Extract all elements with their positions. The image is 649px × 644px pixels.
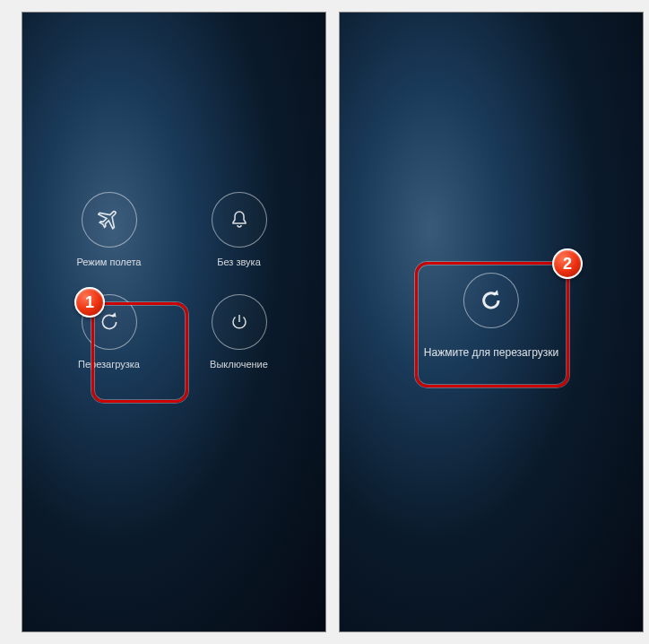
reboot-confirm-label: Нажмите для перезагрузки [424,346,558,359]
reboot-icon [98,310,121,334]
bell-icon [229,209,250,231]
airplane-icon [98,208,121,231]
poweroff-button[interactable] [212,294,267,350]
poweroff-item[interactable]: Выключение [196,294,281,370]
reboot-icon [479,288,504,313]
poweroff-label: Выключение [210,359,268,370]
screen-reboot-confirm: Нажмите для перезагрузки 2 [339,12,644,632]
airplane-mode-label: Режим полета [76,257,141,267]
silent-mode-button[interactable] [212,192,267,248]
airplane-mode-button[interactable] [82,192,137,248]
reboot-confirm-container: Нажмите для перезагрузки [424,273,558,359]
reboot-button[interactable] [82,294,137,350]
reboot-item[interactable]: Перезагрузка [66,294,151,370]
silent-mode-item[interactable]: Без звука [196,192,281,267]
power-menu-grid: Режим полета Без звука [66,192,281,370]
screen-power-menu: Режим полета Без звука [22,12,326,632]
reboot-confirm-button[interactable] [463,273,519,328]
airplane-mode-item[interactable]: Режим полета [66,192,151,267]
reboot-label: Перезагрузка [78,359,140,370]
power-icon [229,311,250,333]
silent-mode-label: Без звука [217,257,261,267]
